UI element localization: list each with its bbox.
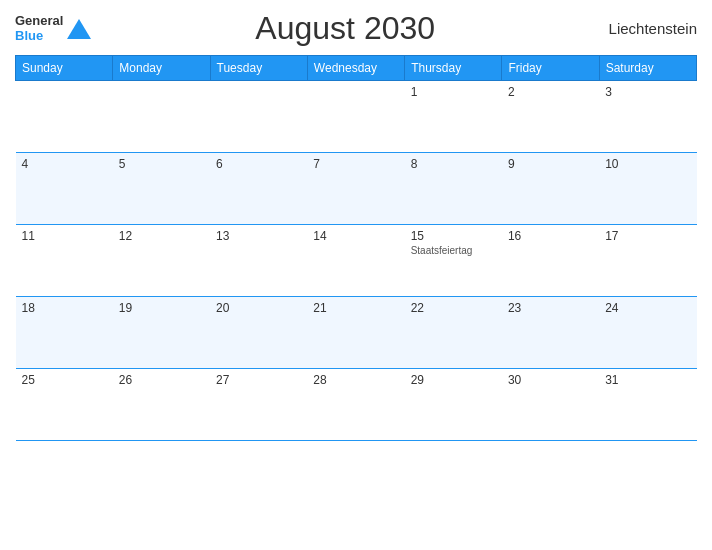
calendar-cell: [210, 81, 307, 153]
calendar-header-row: SundayMondayTuesdayWednesdayThursdayFrid…: [16, 56, 697, 81]
day-number: 21: [313, 301, 398, 315]
day-number: 26: [119, 373, 204, 387]
calendar-cell: 15Staatsfeiertag: [405, 225, 502, 297]
weekday-header: Saturday: [599, 56, 696, 81]
calendar-row: 25262728293031: [16, 369, 697, 441]
calendar-cell: [113, 81, 210, 153]
day-number: 10: [605, 157, 690, 171]
day-number: 9: [508, 157, 593, 171]
calendar-cell: 29: [405, 369, 502, 441]
day-number: 31: [605, 373, 690, 387]
weekday-header: Friday: [502, 56, 599, 81]
calendar-cell: 22: [405, 297, 502, 369]
calendar-cell: 7: [307, 153, 404, 225]
day-number: 25: [22, 373, 107, 387]
day-number: 2: [508, 85, 593, 99]
calendar-cell: 11: [16, 225, 113, 297]
day-number: 14: [313, 229, 398, 243]
day-number: 15: [411, 229, 496, 243]
logo-general-text: General: [15, 14, 63, 28]
calendar-cell: 10: [599, 153, 696, 225]
calendar-cell: 5: [113, 153, 210, 225]
weekday-header: Monday: [113, 56, 210, 81]
calendar-cell: 18: [16, 297, 113, 369]
calendar-cell: 4: [16, 153, 113, 225]
day-number: 3: [605, 85, 690, 99]
day-number: 5: [119, 157, 204, 171]
calendar-container: General Blue August 2030 Liechtenstein S…: [0, 0, 712, 550]
calendar-row: 123: [16, 81, 697, 153]
holiday-label: Staatsfeiertag: [411, 245, 496, 256]
day-number: 29: [411, 373, 496, 387]
day-number: 12: [119, 229, 204, 243]
day-number: 7: [313, 157, 398, 171]
calendar-cell: 16: [502, 225, 599, 297]
calendar-cell: 14: [307, 225, 404, 297]
logo-icon: [65, 15, 93, 43]
day-number: 13: [216, 229, 301, 243]
calendar-cell: 1: [405, 81, 502, 153]
calendar-cell: [307, 81, 404, 153]
calendar-cell: 9: [502, 153, 599, 225]
day-number: 4: [22, 157, 107, 171]
calendar-cell: 24: [599, 297, 696, 369]
calendar-cell-empty: [16, 81, 113, 153]
day-number: 23: [508, 301, 593, 315]
day-number: 20: [216, 301, 301, 315]
calendar-row: 45678910: [16, 153, 697, 225]
weekday-header: Wednesday: [307, 56, 404, 81]
day-number: 19: [119, 301, 204, 315]
weekday-header: Tuesday: [210, 56, 307, 81]
day-number: 24: [605, 301, 690, 315]
day-number: 22: [411, 301, 496, 315]
calendar-cell: 12: [113, 225, 210, 297]
calendar-table: SundayMondayTuesdayWednesdayThursdayFrid…: [15, 55, 697, 441]
day-number: 17: [605, 229, 690, 243]
svg-marker-0: [67, 19, 91, 39]
calendar-cell: 31: [599, 369, 696, 441]
calendar-cell: 25: [16, 369, 113, 441]
day-number: 6: [216, 157, 301, 171]
calendar-cell: 6: [210, 153, 307, 225]
calendar-cell: 27: [210, 369, 307, 441]
day-number: 1: [411, 85, 496, 99]
calendar-cell: 30: [502, 369, 599, 441]
calendar-cell: 3: [599, 81, 696, 153]
day-number: 16: [508, 229, 593, 243]
day-number: 30: [508, 373, 593, 387]
calendar-cell: 20: [210, 297, 307, 369]
calendar-cell: 28: [307, 369, 404, 441]
calendar-row: 18192021222324: [16, 297, 697, 369]
calendar-cell: 19: [113, 297, 210, 369]
calendar-cell: 23: [502, 297, 599, 369]
calendar-cell: 26: [113, 369, 210, 441]
calendar-body: 123456789101112131415Staatsfeiertag16171…: [16, 81, 697, 441]
day-number: 27: [216, 373, 301, 387]
calendar-cell: 2: [502, 81, 599, 153]
country-label: Liechtenstein: [597, 20, 697, 37]
calendar-row: 1112131415Staatsfeiertag1617: [16, 225, 697, 297]
calendar-cell: 21: [307, 297, 404, 369]
month-title: August 2030: [93, 10, 597, 47]
calendar-cell: 13: [210, 225, 307, 297]
calendar-header: General Blue August 2030 Liechtenstein: [15, 10, 697, 47]
calendar-cell: 8: [405, 153, 502, 225]
day-number: 8: [411, 157, 496, 171]
weekday-header: Sunday: [16, 56, 113, 81]
day-number: 18: [22, 301, 107, 315]
weekday-header: Thursday: [405, 56, 502, 81]
day-number: 11: [22, 229, 107, 243]
logo-blue-text: Blue: [15, 29, 63, 43]
logo: General Blue: [15, 14, 93, 43]
day-number: 28: [313, 373, 398, 387]
calendar-cell: 17: [599, 225, 696, 297]
